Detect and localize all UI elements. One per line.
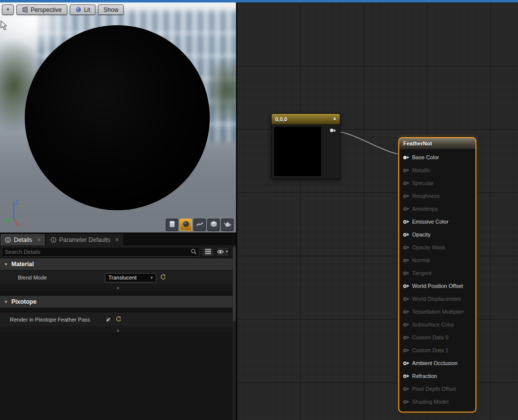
- feather-pass-checkbox[interactable]: ✔: [105, 316, 112, 323]
- pin-icon[interactable]: [403, 169, 409, 172]
- view-options-button[interactable]: ▼: [216, 247, 229, 257]
- pin-normal[interactable]: Normal: [403, 254, 475, 267]
- tab-parameter-defaults[interactable]: Parameter Defaults ×: [46, 234, 123, 245]
- viewport-options-button[interactable]: ▼: [2, 4, 14, 15]
- perspective-button[interactable]: Perspective: [16, 4, 67, 15]
- show-button[interactable]: Show: [98, 4, 124, 15]
- pin-pixel-depth-offset[interactable]: Pixel Depth Offset: [403, 382, 475, 395]
- pin-custom-data-0[interactable]: Custom Data 0: [403, 331, 475, 344]
- preview-shape-button-cylinder[interactable]: [166, 219, 178, 231]
- collapse-expander[interactable]: ▲: [0, 327, 236, 333]
- section-header-pixotope[interactable]: ▼ Pixotope: [0, 296, 236, 308]
- pin-icon[interactable]: [403, 194, 409, 198]
- material-node-title: FeatherNot: [399, 140, 432, 146]
- search-details-box[interactable]: [1, 247, 199, 257]
- pin-icon[interactable]: [403, 387, 409, 391]
- search-details-input[interactable]: [2, 247, 190, 256]
- material-editor-window: ▼ Perspective Lit: [0, 0, 518, 420]
- pin-specular[interactable]: Specular: [403, 177, 475, 189]
- pin-icon[interactable]: [403, 310, 409, 314]
- pin-metallic[interactable]: Metallic: [403, 164, 475, 177]
- reset-to-default-button[interactable]: [115, 316, 122, 323]
- property-matrix-button[interactable]: [201, 247, 214, 257]
- pin-icon[interactable]: [403, 220, 409, 224]
- pin-icon[interactable]: [403, 297, 409, 301]
- section-expanded-icon: ▼: [4, 262, 8, 267]
- pin-refraction[interactable]: Refraction: [403, 370, 475, 382]
- scrollbar-thumb[interactable]: [233, 247, 235, 321]
- material-preview-sphere: [25, 25, 210, 210]
- pin-tangent[interactable]: Tangent: [403, 267, 475, 280]
- details-tabbar: Details × Parameter Defaults ×: [0, 233, 236, 245]
- perspective-icon: [22, 6, 28, 13]
- pin-icon[interactable]: [403, 233, 409, 236]
- section-gap: [0, 291, 236, 296]
- pin-opacity-mask[interactable]: Opacity Mask: [403, 241, 475, 254]
- pin-icon[interactable]: [403, 362, 409, 365]
- pin-icon[interactable]: [403, 182, 409, 185]
- pin-world-displacement[interactable]: World Displacement: [403, 292, 475, 305]
- pin-icon[interactable]: [403, 272, 409, 275]
- material-graph-canvas[interactable]: 0,0,0 ▲ FeatherNot Base ColorMetallicSpe…: [237, 2, 518, 420]
- pin-base-color[interactable]: Base Color: [403, 151, 475, 164]
- property-row-blend-mode: Blend Mode Translucent ▼: [0, 271, 236, 285]
- pin-icon[interactable]: [403, 336, 409, 339]
- advanced-expander[interactable]: ▼: [0, 285, 236, 291]
- pin-label: Refraction: [412, 373, 437, 379]
- constant-node-header[interactable]: 0,0,0 ▲: [272, 114, 340, 124]
- pin-tessellation-multiplier[interactable]: Tessellation Multiplier: [403, 305, 475, 318]
- pin-label: Shading Model: [412, 399, 448, 405]
- property-label: Render in Pixotope Feather Pass: [0, 317, 105, 323]
- pin-icon[interactable]: [403, 156, 409, 159]
- pin-shading-model[interactable]: Shading Model: [403, 395, 475, 408]
- section-title: Material: [11, 261, 34, 268]
- preview-shape-button-sphere[interactable]: [180, 219, 192, 231]
- preview-shape-button-cube[interactable]: [207, 219, 220, 231]
- sphere-icon: [182, 220, 190, 230]
- pin-label: World Position Offset: [412, 283, 463, 289]
- pin-icon[interactable]: [403, 284, 409, 288]
- reset-to-default-button[interactable]: [160, 274, 167, 281]
- pin-subsurface-color[interactable]: Subsurface Color: [403, 318, 475, 331]
- output-pin[interactable]: [330, 129, 336, 132]
- pin-label: Opacity Mask: [412, 244, 445, 250]
- pin-label: Emissive Color: [412, 219, 448, 225]
- material-node-header[interactable]: FeatherNot: [399, 138, 475, 149]
- pin-anisotropy[interactable]: Anisotropy: [403, 202, 475, 215]
- pin-label: Opacity: [412, 232, 430, 237]
- plane-icon: [196, 220, 204, 230]
- pin-label: Specular: [412, 180, 433, 186]
- pin-roughness[interactable]: Roughness: [403, 189, 475, 202]
- teapot-icon: [224, 220, 232, 230]
- pin-icon[interactable]: [403, 246, 409, 249]
- pin-emissive-color[interactable]: Emissive Color: [403, 215, 475, 228]
- material-result-node[interactable]: FeatherNot Base ColorMetallicSpecularRou…: [398, 137, 476, 413]
- pin-icon[interactable]: [403, 374, 409, 378]
- pin-custom-data-1[interactable]: Custom Data 1: [403, 344, 475, 357]
- cylinder-icon: [168, 220, 176, 230]
- pin-icon[interactable]: [403, 207, 409, 211]
- collapse-node-icon[interactable]: ▲: [332, 116, 337, 121]
- constant-vector-node[interactable]: 0,0,0 ▲: [271, 113, 340, 179]
- pin-world-position-offset[interactable]: World Position Offset: [403, 280, 475, 292]
- preview-shape-buttons: [166, 219, 234, 231]
- lit-button[interactable]: Lit: [70, 4, 96, 15]
- tab-close-icon[interactable]: ×: [37, 236, 41, 243]
- pin-opacity[interactable]: Opacity: [403, 228, 475, 241]
- details-scrollbar[interactable]: [233, 246, 236, 420]
- pin-ambient-occlusion[interactable]: Ambient Occlusion: [403, 357, 475, 370]
- tab-details[interactable]: Details ×: [0, 234, 45, 245]
- pin-icon[interactable]: [403, 259, 409, 262]
- pin-label: World Displacement: [412, 296, 461, 302]
- parameter-defaults-tab-icon: [50, 237, 56, 243]
- preview-shape-button-teapot[interactable]: [221, 219, 234, 231]
- pin-icon[interactable]: [403, 349, 409, 352]
- pin-icon[interactable]: [403, 323, 409, 327]
- pin-icon[interactable]: [403, 400, 409, 404]
- tab-close-icon[interactable]: ×: [115, 236, 119, 243]
- check-icon: ✔: [106, 317, 110, 323]
- section-header-material[interactable]: ▼ Material: [0, 258, 236, 271]
- blend-mode-dropdown[interactable]: Translucent ▼: [105, 273, 156, 282]
- preview-viewport[interactable]: ▼ Perspective Lit: [0, 2, 236, 233]
- preview-shape-button-plane[interactable]: [193, 219, 206, 231]
